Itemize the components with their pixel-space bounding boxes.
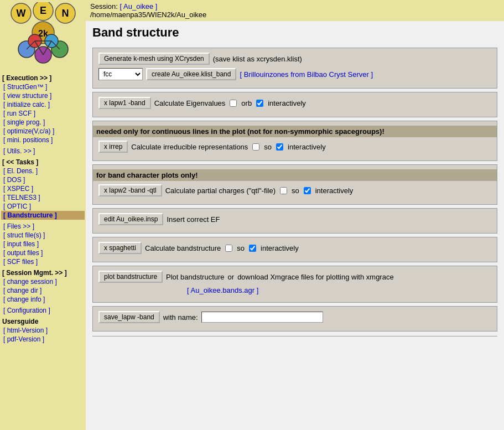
utils-section: [ Utils. >> ] [1,147,85,156]
plot-box: plot bandstructure Plot bandstructure or… [92,266,497,303]
kmesh-row: Generate k-mesh using XCrysden (save kli… [98,53,491,65]
sidebar-item-structgen[interactable]: [ StructGen™ ] [1,82,85,91]
sidebar-item-optimize-vc[interactable]: [ optimize(V,c/a) ] [1,127,85,136]
sidebar-item-view-structure[interactable]: [ view structure ] [1,91,85,100]
svg-text:N: N [61,8,69,19]
calc-bandstructure-label: Calculate bandstructure [145,244,221,252]
edit-insp-button[interactable]: edit Au_oikee.insp [98,213,163,225]
interactively2-checkbox[interactable] [276,143,283,151]
interactively2-label: interactively [288,143,326,151]
interactively3-checkbox[interactable] [304,187,311,194]
orb-label: orb [241,99,252,107]
edit-insp-box: edit Au_oikee.insp Insert correct EF [92,208,497,234]
interactively4-label: interactively [261,244,299,252]
spaghetti-box: x spaghetti Calculate bandstructure so i… [92,237,497,262]
with-name-label: with name: [163,313,198,322]
sidebar-item-optic[interactable]: [ OPTIC ] [1,202,85,211]
sidebar-item-configuration[interactable]: [ Configuration ] [1,306,85,315]
page-title: Band structure [92,25,497,40]
save-lapw-button[interactable]: save_lapw -band [98,311,160,323]
interactively3-label: interactively [315,186,354,195]
irrep-row: x irrep Calculate irreducible representa… [98,141,491,153]
sidebar-item-html-version[interactable]: [ html-Version ] [1,326,85,335]
sidebar-item-change-dir[interactable]: [ change dir ] [1,286,85,295]
continuous-header: needed only for continuous lines in the … [93,126,497,137]
lapw2-button[interactable]: x lapw2 -band -qtl [98,184,162,196]
lattice-select[interactable]: fcc bcc hcp sc [98,68,143,80]
sidebar-item-struct-files[interactable]: [ struct file(s) ] [1,231,85,240]
lapw2-row: x lapw2 -band -qtl Calculate partial cha… [98,184,491,196]
sidebar-item-telnes3[interactable]: [ TELNES3 ] [1,193,85,202]
svg-text:W: W [16,8,25,19]
session-label: Session: [90,2,118,11]
interactively4-checkbox[interactable] [249,245,256,252]
usersguide-section: Usersguide [ html-Version ] [ pdf-Versio… [1,317,85,344]
bilbao-link[interactable]: [ Brillouinzones from Bilbao Cryst Serve… [240,70,373,79]
execution-header[interactable]: [ Execution >> ] [1,74,85,82]
execution-section: [ Execution >> ] [ StructGen™ ] [ view s… [1,74,85,144]
calc-eigenvalues-label: Calculate Eigenvalues [154,99,226,107]
sidebar-item-change-info[interactable]: [ change info ] [1,295,85,304]
calc-partial-label: Calculate partial charges ("qtl"-file) [165,186,276,195]
so3-label: so [237,244,245,252]
lapw1-button[interactable]: x lapw1 -band [98,97,151,109]
so2-label: so [292,186,299,195]
irrep-button[interactable]: x irrep [98,141,128,153]
band-char-header: for band character plots only! [93,169,497,181]
band-char-box: for band character plots only! x lapw2 -… [92,164,497,205]
spaghetti-button[interactable]: x spaghetti [98,242,142,254]
orb-checkbox[interactable] [230,100,237,107]
interactively1-checkbox[interactable] [256,100,263,107]
configuration-section: [ Configuration ] [1,306,85,315]
sidebar-item-change-session[interactable]: [ change session ] [1,277,85,286]
files-section: [ Files >> ] [ struct file(s) ] [ input … [1,222,85,266]
klist-note: (save klist as xcrysden.klist) [213,55,302,63]
session-bar: Session: [ Au_oikee ] /home/maenpa35/WIE… [86,0,504,21]
continuous-box: needed only for continuous lines in the … [92,121,497,161]
logo-area: W E N 2k [1,2,85,70]
sidebar-item-input-files[interactable]: [ input files ] [1,240,85,248]
bottom-separator [92,336,497,336]
sidebar-item-files[interactable]: [ Files >> ] [1,222,85,231]
or-label: or [228,273,235,281]
sidebar-item-dos[interactable]: [ DOS ] [1,175,85,184]
sidebar-item-mini-positions[interactable]: [ mini. positions ] [1,136,85,144]
usersguide-header: Usersguide [1,317,85,326]
sidebar-item-run-scf[interactable]: [ run SCF ] [1,109,85,118]
generate-kmesh-button[interactable]: Generate k-mesh using XCrysden [98,53,210,65]
save-lapw-box: save_lapw -band with name: [92,306,497,331]
bands-agr-row: [ Au_oikee.bands.agr ] [98,286,491,294]
spaghetti-row: x spaghetti Calculate bandstructure so i… [98,242,491,254]
save-lapw-row: save_lapw -band with name: [98,311,491,323]
sidebar: W E N 2k [0,0,86,430]
so3-checkbox[interactable] [225,245,232,252]
session-mgmt-header[interactable]: [ Session Mgmt. >> ] [1,268,85,277]
klist-band-row: fcc bcc hcp sc create Au_oikee.klist_ban… [98,68,491,80]
svg-text:E: E [39,5,46,16]
so1-checkbox[interactable] [252,143,259,151]
so1-label: so [264,143,272,151]
sidebar-item-xspec[interactable]: [ XSPEC ] [1,184,85,193]
plot-row: plot bandstructure Plot bandstructure or… [98,271,491,283]
main-content: Session: [ Au_oikee ] /home/maenpa35/WIE… [86,0,504,430]
tasks-header[interactable]: [ << Tasks ] [1,158,85,167]
logo: W E N 2k [10,2,76,69]
sidebar-item-pdf-version[interactable]: [ pdf-Version ] [1,335,85,344]
plot-bandstructure-button[interactable]: plot bandstructure [98,271,163,283]
sidebar-item-initialize-calc[interactable]: [ initialize calc. ] [1,100,85,109]
sidebar-item-bandstructure[interactable]: [ Bandstructure ] [1,211,85,220]
sidebar-item-el-dens[interactable]: [ El. Dens. ] [1,167,85,175]
save-name-input[interactable] [201,312,323,323]
create-klist-button[interactable]: create Au_oikee.klist_band [146,68,236,80]
calc-irrep-label: Calculate irreducible representations [131,143,248,151]
tasks-section: [ << Tasks ] [ El. Dens. ] [ DOS ] [ XSP… [1,158,85,220]
bands-agr-link[interactable]: [ Au_oikee.bands.agr ] [187,286,258,294]
sidebar-item-scf-files[interactable]: [ SCF files ] [1,257,85,266]
sidebar-item-output-files[interactable]: [ output files ] [1,248,85,257]
sidebar-item-utils[interactable]: [ Utils. >> ] [1,147,85,156]
sidebar-item-single-prog[interactable]: [ single prog. ] [1,118,85,127]
download-label: download Xmgrace files for plotting with… [237,273,394,281]
so2-checkbox[interactable] [280,187,287,194]
session-mgmt-section: [ Session Mgmt. >> ] [ change session ] … [1,268,85,304]
session-user-link[interactable]: [ Au_oikee ] [120,2,158,11]
